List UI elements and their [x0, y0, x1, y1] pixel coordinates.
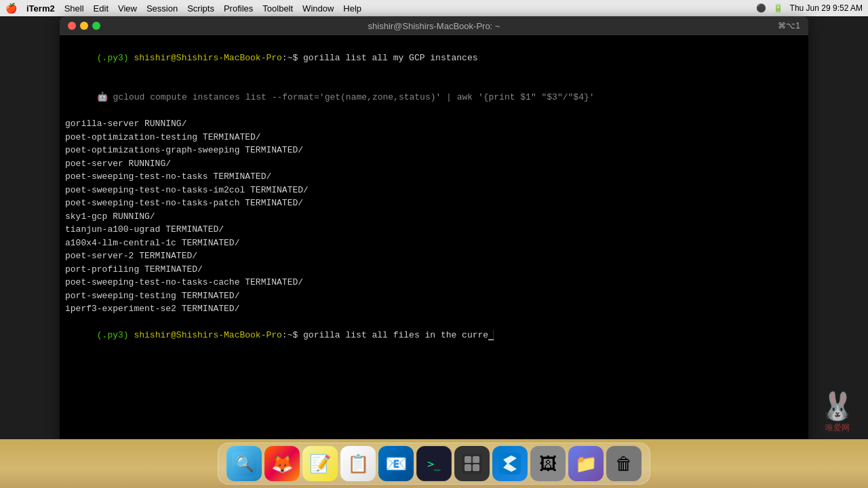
battery-icon[interactable]: 🔋 [773, 3, 783, 13]
instance-poet-server-2: poet-server-2 TERMINATED/ [65, 249, 803, 263]
dock-item-vscode[interactable] [492, 446, 528, 481]
gcloud-command: 🤖 gcloud compute instances list --format… [65, 78, 803, 118]
menu-shell[interactable]: Shell [64, 3, 84, 14]
svg-rect-7 [465, 464, 471, 471]
instance-tianjun: tianjun-a100-ugrad TERMINATED/ [65, 223, 803, 237]
menu-toolbelt[interactable]: Toolbelt [262, 3, 293, 14]
instance-poet-server: poet-server RUNNING/ [65, 157, 803, 171]
wifi-icon[interactable]: ⚫ [756, 3, 766, 13]
command-line-2: (.py3) shishir@Shishirs-MacBook-Pro:~$ g… [65, 316, 803, 356]
menu-scripts[interactable]: Scripts [187, 3, 214, 14]
svg-rect-6 [473, 456, 479, 463]
watermark-text: 唯爱网 [821, 422, 854, 434]
menu-profiles[interactable]: Profiles [224, 3, 253, 14]
menu-bar-left: 🍎 iTerm2 Shell Edit View Session Scripts… [5, 3, 361, 14]
dock-item-files[interactable]: 📁 [568, 446, 604, 481]
terminal-title: shishir@Shishirs-MacBook-Pro: ~ [368, 21, 500, 31]
apple-menu[interactable]: 🍎 [5, 3, 17, 14]
prompt-py3-2: (.py3) [97, 330, 134, 340]
dock-item-grid[interactable] [454, 446, 490, 481]
dock-item-notes[interactable]: 📝 [302, 446, 338, 481]
minimize-button[interactable] [80, 22, 88, 30]
watermark-rabbit-icon: 🐰 [821, 390, 854, 422]
instance-poet-sweep-cache: poet-sweeping-test-no-tasks-cache TERMIN… [65, 276, 803, 289]
dock-item-finder[interactable]: 🔍 [226, 446, 262, 481]
menu-session[interactable]: Session [146, 3, 178, 14]
terminal-titlebar: shishir@Shishirs-MacBook-Pro: ~ ⌘⌥1 [60, 16, 808, 35]
instance-poet-sweep-notasks: poet-sweeping-test-no-tasks TERMINATED/ [65, 170, 803, 184]
instance-poet-opt-graph: poet-optimizations-graph-sweeping TERMIN… [65, 144, 803, 157]
datetime: Thu Jun 29 9:52 AM [790, 3, 863, 13]
svg-rect-5 [465, 456, 471, 463]
instance-poet-opt-testing: poet-optimization-testing TERMINATED/ [65, 131, 803, 144]
menu-edit[interactable]: Edit [94, 3, 108, 14]
svg-rect-4 [462, 453, 482, 474]
prompt-user-1: shishir@Shishirs-MacBook-Pro [134, 53, 281, 63]
menu-window[interactable]: Window [302, 3, 334, 14]
instance-sky1-gcp: sky1-gcp RUNNING/ [65, 210, 803, 224]
instance-a100x4: a100x4-llm-central-1c TERMINATED/ [65, 237, 803, 250]
terminal-content[interactable]: (.py3) shishir@Shishirs-MacBook-Pro:~$ g… [60, 35, 808, 455]
instance-gorilla-server: gorilla-server RUNNING/ [65, 117, 803, 131]
command-line-1: (.py3) shishir@Shishirs-MacBook-Pro:~$ g… [65, 38, 803, 78]
menu-iterm2[interactable]: iTerm2 [26, 3, 55, 14]
svg-rect-9 [499, 453, 521, 474]
svg-text:>_: >_ [427, 458, 441, 470]
dock-item-iterm[interactable]: >_ [416, 446, 452, 481]
prompt-user-2: shishir@Shishirs-MacBook-Pro [134, 330, 281, 340]
dock-inner: 🔍 🦊 📝 📋 📧 >_ [218, 443, 650, 485]
instance-port-profiling: port-profiling TERMINATED/ [65, 263, 803, 277]
dock-item-photos[interactable]: 🖼 [530, 446, 566, 481]
dock: 🔍 🦊 📝 📋 📧 >_ [0, 439, 868, 488]
traffic-lights [68, 22, 100, 30]
svg-rect-8 [473, 464, 479, 471]
close-button[interactable] [68, 22, 76, 30]
maximize-button[interactable] [92, 22, 100, 30]
dock-item-trash[interactable]: 🗑 [606, 446, 642, 481]
dock-item-firefox[interactable]: 🦊 [264, 446, 300, 481]
prompt-py3-1: (.py3) [97, 53, 134, 63]
watermark: 🐰 唯爱网 [821, 390, 854, 434]
instance-port-sweeping: port-sweeping-testing TERMINATED/ [65, 289, 803, 303]
terminal-shortcuts: ⌘⌥1 [778, 21, 800, 30]
dock-item-whiteboard[interactable]: 📋 [340, 446, 376, 481]
dock-item-outlook[interactable]: 📧 [378, 446, 414, 481]
instance-poet-sweep-patch: poet-sweeping-test-no-tasks-patch TERMIN… [65, 197, 803, 210]
instance-iperf3: iperf3-experiment-se2 TERMINATED/ [65, 302, 803, 316]
menu-bar: 🍎 iTerm2 Shell Edit View Session Scripts… [0, 0, 868, 16]
menu-view[interactable]: View [118, 3, 137, 14]
instance-poet-sweep-im2col: poet-sweeping-test-no-tasks-im2col TERMI… [65, 184, 803, 197]
menu-bar-right: ⚫ 🔋 Thu Jun 29 9:52 AM [756, 3, 863, 13]
terminal-window: shishir@Shishirs-MacBook-Pro: ~ ⌘⌥1 (.py… [60, 16, 808, 455]
svg-text:🔍: 🔍 [235, 455, 254, 473]
menu-help[interactable]: Help [343, 3, 361, 14]
